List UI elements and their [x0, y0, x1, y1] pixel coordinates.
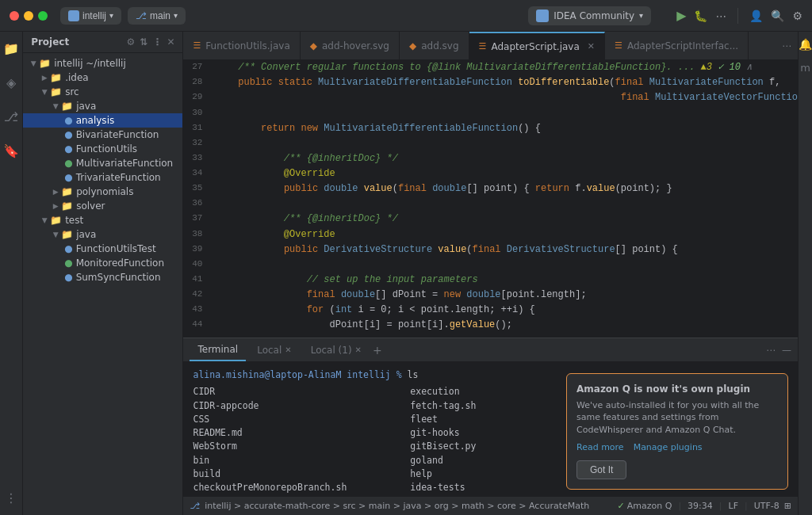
- code-area[interactable]: 27 /** Convert regular functions to {@li…: [183, 60, 798, 338]
- tree-arrow: ▼: [39, 216, 50, 224]
- branch-selector[interactable]: ⎇ main ▾: [128, 7, 186, 25]
- tree-item-bivariate[interactable]: ● BivariateFunction: [23, 128, 182, 142]
- code-line-30: 30: [183, 106, 798, 121]
- terminal-add-button[interactable]: +: [373, 344, 382, 357]
- tree-arrow: ▼: [28, 59, 39, 67]
- tree-item-trivariate[interactable]: ● TrivariateFunction: [23, 170, 182, 185]
- tree-item-label: analysis: [76, 115, 115, 126]
- folder-icon: 📁: [50, 215, 62, 226]
- line-number: 44: [183, 318, 212, 332]
- file-icon: ●: [64, 115, 72, 126]
- line-content: @Override: [212, 227, 798, 242]
- tree-item-label: .idea: [65, 72, 89, 83]
- more-tools-icon[interactable]: ⋮: [2, 487, 21, 509]
- tree-item-intellij[interactable]: ▼ 📁 intellij ~/intellij: [23, 56, 182, 71]
- popup-body: We've auto-installed it for you with all…: [576, 399, 778, 436]
- tree-item-label: intellij ~/intellij: [54, 58, 126, 69]
- debug-button[interactable]: 🐛: [694, 10, 707, 22]
- maven-icon[interactable]: m: [800, 62, 810, 74]
- got-it-button[interactable]: Got It: [576, 460, 626, 479]
- code-line-28: 28 public static MultivariateDifferentia…: [183, 75, 798, 90]
- tab-add-hover-svg[interactable]: ◆ add-hover.svg: [301, 32, 400, 59]
- settings-icon[interactable]: ⚙: [792, 10, 802, 22]
- tree-arrow: ▶: [50, 188, 61, 196]
- popup-title: Amazon Q is now it's own plugin: [576, 383, 778, 395]
- close-window-button[interactable]: [10, 11, 19, 21]
- tree-item-test-java[interactable]: ▼ 📁 java: [23, 227, 182, 242]
- line-number: 36: [183, 196, 212, 211]
- folder-icon[interactable]: 📁: [0, 38, 22, 59]
- profile-icon[interactable]: 👤: [749, 10, 763, 22]
- tree-item-functionutils[interactable]: ● FunctionUtils: [23, 142, 182, 156]
- right-panel: ☰ FunctionUtils.java ◆ add-hover.svg ◆ a…: [183, 32, 798, 515]
- terminal-tab-close[interactable]: ✕: [355, 345, 362, 354]
- line-number: 32: [183, 136, 212, 151]
- run-button[interactable]: ▶: [676, 8, 686, 23]
- project-selector[interactable]: intellij ▾: [60, 7, 121, 25]
- maximize-window-button[interactable]: [38, 11, 48, 21]
- terminal-tab-local1[interactable]: Local (1) ✕: [303, 338, 370, 361]
- tree-item-label: solver: [76, 200, 105, 212]
- tab-label: AdapterScript.java: [491, 41, 579, 52]
- tree-item-sumsync[interactable]: ● SumSyncFunction: [23, 270, 182, 284]
- tree-arrow: ▶: [39, 74, 50, 82]
- manage-plugins-link[interactable]: Manage plugins: [634, 442, 703, 452]
- line-number: 35: [183, 181, 212, 196]
- git-branch-icon: ⎇: [190, 501, 200, 511]
- search-icon[interactable]: 🔍: [771, 10, 784, 22]
- tree-item-idea[interactable]: ▶ 📁 .idea: [23, 71, 182, 85]
- folder-icon: 📁: [61, 200, 73, 212]
- tree-item-functionutils-test[interactable]: ● FunctionUtilsTest: [23, 242, 182, 256]
- sidebar-expand-icon[interactable]: ⇅: [140, 36, 147, 48]
- tab-more-button[interactable]: ⋯: [776, 40, 798, 52]
- tab-label: AdapterScriptInterfac...: [627, 40, 738, 52]
- tab-adapterscript[interactable]: ☰ AdapterScript.java ✕: [469, 32, 605, 59]
- sidebar-settings-icon[interactable]: ⚙: [127, 36, 136, 48]
- tab-functionutils[interactable]: ☰ FunctionUtils.java: [183, 32, 300, 59]
- tree-item-multivariate[interactable]: ● MultivariateFunction: [23, 156, 182, 170]
- tab-close-icon[interactable]: ✕: [588, 41, 595, 52]
- tree-item-test[interactable]: ▼ 📁 test: [23, 213, 182, 227]
- bookmark-icon[interactable]: 🔖: [0, 140, 22, 162]
- tree-arrow: ▶: [50, 202, 61, 210]
- tree-item-src[interactable]: ▼ 📁 src: [23, 85, 182, 99]
- tree-item-monitored[interactable]: ● MonitoredFunction: [23, 256, 182, 270]
- sidebar-header-icons: ⚙ ⇅ ⋮ ✕: [127, 36, 175, 48]
- terminal-minimize-icon[interactable]: —: [782, 345, 791, 356]
- tree-item-label: java: [76, 101, 96, 112]
- read-more-link[interactable]: Read more: [576, 442, 624, 452]
- code-line-38: 38 @Override: [183, 227, 798, 242]
- tree-item-java[interactable]: ▼ 📁 java: [23, 99, 182, 113]
- tab-add-svg[interactable]: ◆ add.svg: [400, 32, 469, 59]
- line-content: /** {@inheritDoc} */: [212, 212, 798, 227]
- terminal-more-icon[interactable]: ⋯: [766, 345, 776, 356]
- tab-adapterscript-interface[interactable]: ☰ AdapterScriptInterfac...: [605, 32, 749, 59]
- sidebar-gear-icon[interactable]: ⋮: [152, 36, 162, 48]
- branch-dropdown-icon: ▾: [174, 11, 178, 20]
- tree-item-polynomials[interactable]: ▶ 📁 polynomials: [23, 185, 182, 199]
- branch-icon[interactable]: ⎇: [1, 106, 21, 128]
- intellij-icon: [68, 10, 79, 21]
- tree-item-solver[interactable]: ▶ 📁 solver: [23, 199, 182, 213]
- tree-item-analysis[interactable]: ● analysis: [23, 113, 182, 128]
- minimize-window-button[interactable]: [24, 11, 33, 21]
- tree-item-label: FunctionUtils: [76, 143, 137, 154]
- terminal-tab-local[interactable]: Local ✕: [249, 338, 300, 361]
- notifications-icon[interactable]: 🔔: [799, 38, 812, 51]
- terminal-file-checkout: checkoutPreMonorepoBranch.sh: [193, 481, 347, 494]
- terminal-tab-close[interactable]: ✕: [285, 345, 291, 354]
- commit-icon[interactable]: ◈: [3, 72, 19, 93]
- line-content: @Override: [212, 166, 798, 181]
- indent-icon: ⊞: [784, 501, 791, 511]
- terminal-prompt: alina.mishina@laptop-AlinaM intellij %: [193, 369, 401, 380]
- more-button[interactable]: ⋯: [715, 10, 726, 22]
- main-layout: 📁 ◈ ⎇ 🔖 ⋮ Project ⚙ ⇅ ⋮ ✕ ▼ 📁 intellij ~…: [0, 32, 812, 515]
- terminal-file-cidr: CIDR: [193, 385, 347, 399]
- terminal-tab-terminal[interactable]: Terminal: [190, 338, 246, 361]
- amazon-q-status[interactable]: ✓ Amazon Q: [618, 501, 672, 511]
- terminal-content: alina.mishina@laptop-AlinaM intellij % l…: [183, 362, 798, 496]
- left-iconbar: 📁 ◈ ⎇ 🔖 ⋮: [0, 32, 23, 515]
- line-content: final double[] dPoint = new double[point…: [212, 288, 798, 303]
- sidebar-close-icon[interactable]: ✕: [167, 36, 174, 48]
- terminal-command: ls: [408, 369, 419, 380]
